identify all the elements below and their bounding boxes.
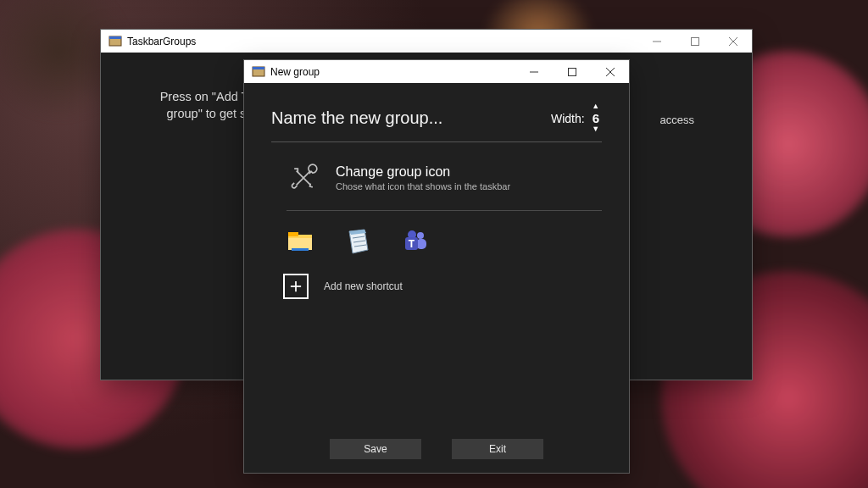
name-row: Name the new group... Width: ▲ 6 ▼	[271, 103, 602, 142]
group-name-input[interactable]: Name the new group...	[271, 108, 551, 128]
dialog-titlebar[interactable]: New group	[244, 60, 629, 83]
shortcut-file-explorer[interactable]	[287, 228, 314, 255]
width-increment-button[interactable]: ▲	[592, 103, 599, 110]
dialog-minimize-button[interactable]	[515, 60, 553, 83]
width-decrement-button[interactable]: ▼	[592, 126, 599, 133]
change-icon-row[interactable]: Change group icon Chose what icon that s…	[287, 156, 602, 211]
new-group-dialog: New group Name the new group... Width: ▲…	[243, 59, 630, 474]
dialog-body: Name the new group... Width: ▲ 6 ▼	[244, 83, 629, 299]
svg-rect-7	[253, 67, 264, 69]
svg-text:T: T	[409, 238, 415, 250]
dialog-title: New group	[270, 66, 320, 78]
svg-rect-14	[288, 238, 312, 250]
add-shortcut-row[interactable]: Add new shortcut	[271, 269, 602, 299]
exit-button[interactable]: Exit	[452, 439, 543, 459]
file-explorer-icon	[287, 228, 314, 255]
dialog-footer: Save Exit	[244, 439, 629, 459]
change-icon-subtitle: Chose what icon that shows in the taskba…	[336, 181, 510, 191]
dialog-close-button[interactable]	[591, 60, 629, 83]
maximize-button[interactable]	[676, 30, 714, 53]
notepad-icon	[344, 228, 371, 255]
app-icon	[252, 65, 265, 79]
main-window-titlebar[interactable]: TaskbarGroups	[101, 30, 752, 53]
svg-rect-1	[109, 36, 121, 39]
svg-rect-3	[691, 37, 698, 45]
save-button[interactable]: Save	[330, 439, 421, 459]
close-button[interactable]	[714, 30, 752, 53]
svg-rect-15	[292, 248, 309, 251]
microsoft-teams-icon: T	[402, 228, 429, 255]
shortcut-microsoft-teams[interactable]: T	[402, 228, 429, 255]
svg-point-21	[417, 232, 424, 239]
svg-rect-13	[288, 232, 298, 236]
svg-rect-9	[568, 68, 576, 75]
shortcut-row: T	[271, 225, 602, 269]
main-window-title: TaskbarGroups	[127, 36, 196, 47]
add-shortcut-label: Add new shortcut	[324, 280, 403, 292]
shortcut-notepad[interactable]	[344, 228, 371, 255]
change-icon-texts: Change group icon Chose what icon that s…	[336, 164, 510, 191]
app-icon	[108, 35, 122, 48]
width-label: Width:	[551, 112, 585, 125]
width-spinner: ▲ 6 ▼	[590, 103, 602, 133]
plus-icon	[283, 274, 309, 299]
dialog-maximize-button[interactable]	[553, 60, 591, 83]
tools-icon	[287, 161, 320, 195]
change-icon-title: Change group icon	[336, 164, 510, 180]
access-label: access	[660, 114, 694, 126]
minimize-button[interactable]	[637, 30, 676, 53]
